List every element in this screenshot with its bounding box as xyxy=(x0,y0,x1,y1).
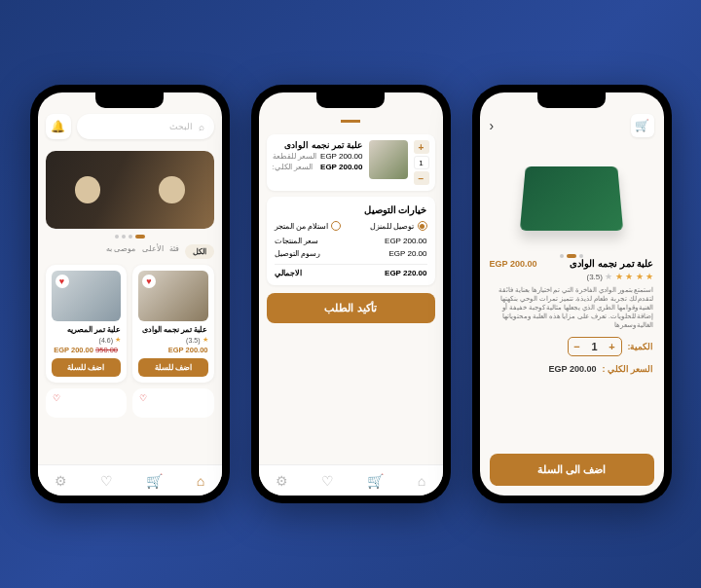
section-title: خيارات التوصيل xyxy=(275,204,427,215)
hero-banner[interactable] xyxy=(46,151,214,229)
phone-cart: ▬▬ + 1 − علبة تمر نجمه الوادى EGP 200.00… xyxy=(251,85,451,503)
delivery-section: خيارات التوصيل توصيل للمنزل استلام من ال… xyxy=(267,197,435,285)
favorite-button[interactable]: ♥ xyxy=(55,275,69,288)
nav-cart-icon[interactable]: 🛒 xyxy=(146,473,163,489)
bell-icon: 🔔 xyxy=(51,120,65,133)
cart-button[interactable]: 🛒 xyxy=(631,114,654,137)
product-price: EGP 200.00 350.00 xyxy=(52,346,122,354)
qty-value: 1 xyxy=(414,156,429,169)
radio-store-pickup[interactable]: استلام من المتجر xyxy=(275,221,341,231)
radio-home-delivery[interactable]: توصيل للمنزل xyxy=(370,221,426,231)
back-button[interactable]: ‹ xyxy=(490,118,495,133)
product-image xyxy=(480,143,664,250)
search-icon: ⌕ xyxy=(199,122,204,132)
topbar: ▬▬ xyxy=(259,92,443,130)
product-price: EGP 200.00 xyxy=(138,346,208,354)
qty-value: 1 xyxy=(586,338,604,355)
favorite-button[interactable]: ♥ xyxy=(142,275,156,288)
qty-minus-button[interactable]: − xyxy=(414,171,429,185)
product-description: استمتع بتمور الوادي الفاخرة التي تم اختي… xyxy=(490,285,654,329)
confirm-order-button[interactable]: تأكيد الطلب xyxy=(267,293,435,323)
nav-favorites-icon[interactable]: ♡ xyxy=(100,473,113,489)
search-placeholder: البحث xyxy=(169,122,193,131)
tab-recommended[interactable]: موصى به xyxy=(106,244,135,259)
total-price: السعر الكلي : 200.00 EGP xyxy=(490,364,654,374)
search-input[interactable]: ⌕ البحث xyxy=(77,114,214,139)
favorite-button[interactable]: ♡ xyxy=(136,391,150,405)
rating: ★(3.5) xyxy=(138,336,208,344)
add-to-cart-button[interactable]: اضف الى السلة xyxy=(490,454,654,486)
cart-item-title: علبة تمر نجمه الوادى xyxy=(273,140,363,150)
favorite-button[interactable]: ♡ xyxy=(50,391,63,405)
nav-home-icon[interactable]: ⌂ xyxy=(418,473,425,489)
product-card[interactable]: ♥ علبة تمر نجمه الوادى ★(3.5) EGP 200.00… xyxy=(132,265,214,383)
product-grid: ♥ علبة تمر نجمه الوادى ★(3.5) EGP 200.00… xyxy=(38,265,222,383)
cart-item-image xyxy=(369,140,408,179)
bottom-nav: ⌂ 🛒 ♡ ⚙ xyxy=(38,464,222,496)
tab-all[interactable]: الكل xyxy=(185,244,214,259)
nav-settings-icon[interactable]: ⚙ xyxy=(276,473,288,489)
product-card[interactable]: ♡ xyxy=(132,388,214,418)
qty-plus-button[interactable]: + xyxy=(414,140,429,154)
qty-minus-button[interactable]: − xyxy=(569,338,586,355)
qty-plus-button[interactable]: + xyxy=(604,338,621,355)
add-to-cart-button[interactable]: اضف للسلة xyxy=(138,358,208,377)
product-price: 200.00 EGP xyxy=(490,259,537,269)
nav-home-icon[interactable]: ⌂ xyxy=(197,473,204,489)
product-title: علبة تمر المصريه xyxy=(52,325,122,334)
product-header: علبة تمر نجمه الوادى 200.00 EGP xyxy=(490,258,654,269)
category-tabs: الكل فئة الأعلى موصى به xyxy=(38,239,222,265)
nav-settings-icon[interactable]: ⚙ xyxy=(55,473,67,489)
rating-stars: ★ ★ ★ ★ ★ (3.5) xyxy=(490,272,654,281)
nav-cart-icon[interactable]: 🛒 xyxy=(367,473,384,489)
phone-home: ⌕ البحث 🔔 الكل فئة الأعلى موصى به ♥ علبة… xyxy=(30,85,230,503)
rating: ★(4.6) xyxy=(52,336,122,344)
tab-top[interactable]: الأعلى xyxy=(142,244,164,259)
cart-item: + 1 − علبة تمر نجمه الوادى EGP 200.00الس… xyxy=(267,134,435,191)
product-title: علبة تمر نجمه الوادى xyxy=(138,325,208,334)
bottom-nav: ⌂ 🛒 ♡ ⚙ xyxy=(259,464,443,496)
brand-logo: ▬▬ xyxy=(341,114,360,125)
add-to-cart-button[interactable]: اضف للسلة xyxy=(52,358,122,377)
topbar: ⌕ البحث 🔔 xyxy=(38,92,222,145)
phone-detail: 🛒 ‹ علبة تمر نجمه الوادى 200.00 EGP ★ ★ … xyxy=(472,85,672,503)
product-card[interactable]: ♡ xyxy=(46,388,128,418)
tab-category[interactable]: فئة xyxy=(169,244,179,259)
notification-button[interactable]: 🔔 xyxy=(46,114,71,139)
nav-favorites-icon[interactable]: ♡ xyxy=(321,473,334,489)
product-card[interactable]: ♥ علبة تمر المصريه ★(4.6) EGP 200.00 350… xyxy=(46,265,128,383)
quantity-row: الكمية: + 1 − xyxy=(490,337,654,356)
